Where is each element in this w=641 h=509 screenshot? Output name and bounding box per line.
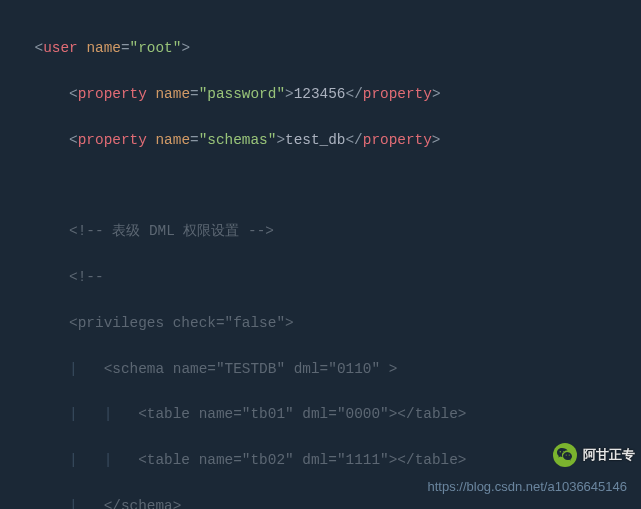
wechat-icon — [553, 443, 577, 467]
wechat-label: 阿甘正专 — [583, 444, 635, 467]
code-line: <property name="password">123456</proper… — [0, 83, 641, 106]
code-line — [0, 174, 641, 197]
code-line: <privileges check="false"> — [0, 312, 641, 335]
wechat-badge: 阿甘正专 — [553, 443, 635, 467]
code-line: | | <table name="tb02" dml="1111"></tabl… — [0, 449, 641, 472]
code-line: <user name="root"> — [0, 37, 641, 60]
code-line: <property name="schemas">test_db</proper… — [0, 129, 641, 152]
code-line: | <schema name="TESTDB" dml="0110" > — [0, 358, 641, 381]
watermark: https://blog.csdn.net/a1036645146 — [428, 476, 628, 499]
code-line: <!-- — [0, 266, 641, 289]
code-block: <user name="root"> <property name="passw… — [0, 0, 641, 509]
code-line: | | <table name="tb01" dml="0000"></tabl… — [0, 403, 641, 426]
code-line: <!-- 表级 DML 权限设置 --> — [0, 220, 641, 243]
